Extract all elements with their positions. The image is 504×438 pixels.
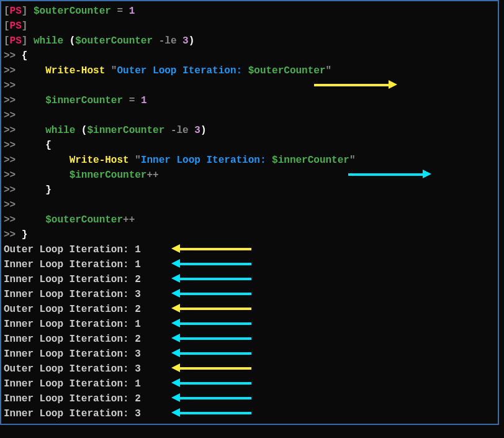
output-line: Inner Loop Iteration: 2 (4, 272, 495, 287)
output-text: Inner Loop Iteration: 3 (4, 349, 141, 360)
arrow-left-icon (171, 319, 251, 328)
code-line: >> } (4, 183, 495, 198)
arrow-left-icon (171, 364, 251, 373)
arrow-left-icon (171, 304, 251, 313)
output-text: Outer Loop Iteration: 3 (4, 363, 141, 375)
terminal[interactable]: [PS] $outerCounter = 1 [PS] [PS] while (… (4, 4, 495, 421)
arrow-left-icon (171, 290, 251, 298)
output-text: Inner Loop Iteration: 2 (4, 274, 141, 285)
code-line: [PS] while ($outerCounter -le 3) (4, 34, 495, 48)
output-line: Inner Loop Iteration: 3 (4, 287, 495, 302)
code-line: [PS] $outerCounter = 1 (4, 4, 495, 19)
output-line: Inner Loop Iteration: 3 (4, 347, 495, 362)
arrow-left-icon (171, 409, 251, 417)
output-text: Inner Loop Iteration: 2 (4, 334, 141, 345)
code-line: >> $outerCounter++ (4, 212, 495, 227)
output-line: Inner Loop Iteration: 2 (4, 391, 495, 406)
output-line: Inner Loop Iteration: 2 (4, 332, 495, 347)
output-line: Inner Loop Iteration: 1 (4, 317, 495, 332)
output-text: Inner Loop Iteration: 3 (4, 289, 141, 300)
arrow-left-icon (171, 260, 251, 268)
code-line: >> (4, 198, 495, 212)
output-line: Inner Loop Iteration: 1 (4, 257, 495, 272)
output-text: Outer Loop Iteration: 2 (4, 304, 141, 315)
arrow-left-icon (171, 394, 251, 403)
code-line: >> { (4, 48, 495, 63)
arrow-right-icon (348, 170, 431, 179)
code-line: >> while ($innerCounter -le 3) (4, 123, 495, 138)
code-line: >> } (4, 227, 495, 242)
arrow-left-icon (171, 349, 251, 358)
output-line: Inner Loop Iteration: 3 (4, 406, 495, 421)
output-section: Outer Loop Iteration: 1Inner Loop Iterat… (4, 242, 495, 421)
code-line: >> $innerCounter++ (4, 168, 495, 183)
output-text: Inner Loop Iteration: 1 (4, 378, 141, 390)
output-text: Inner Loop Iteration: 3 (4, 408, 141, 419)
arrow-right-icon (314, 81, 397, 89)
code-line: >> Write-Host "Inner Loop Iteration: $in… (4, 153, 495, 168)
code-line: >> $innerCounter = 1 (4, 93, 495, 108)
output-text: Inner Loop Iteration: 1 (4, 259, 141, 270)
output-line: Outer Loop Iteration: 3 (4, 362, 495, 376)
output-line: Inner Loop Iteration: 1 (4, 376, 495, 391)
arrow-left-icon (171, 245, 251, 253)
output-text: Outer Loop Iteration: 1 (4, 244, 141, 255)
arrow-left-icon (171, 275, 251, 283)
output-line: Outer Loop Iteration: 2 (4, 302, 495, 317)
code-line: [PS] (4, 19, 495, 34)
output-text: Inner Loop Iteration: 1 (4, 319, 141, 330)
code-line: >> (4, 78, 495, 93)
output-line: Outer Loop Iteration: 1 (4, 242, 495, 257)
arrow-left-icon (171, 379, 251, 388)
code-line: >> (4, 108, 495, 123)
arrow-left-icon (171, 334, 251, 343)
code-line: >> Write-Host "Outer Loop Iteration: $ou… (4, 63, 495, 78)
output-text: Inner Loop Iteration: 2 (4, 393, 141, 404)
code-line: >> { (4, 138, 495, 153)
